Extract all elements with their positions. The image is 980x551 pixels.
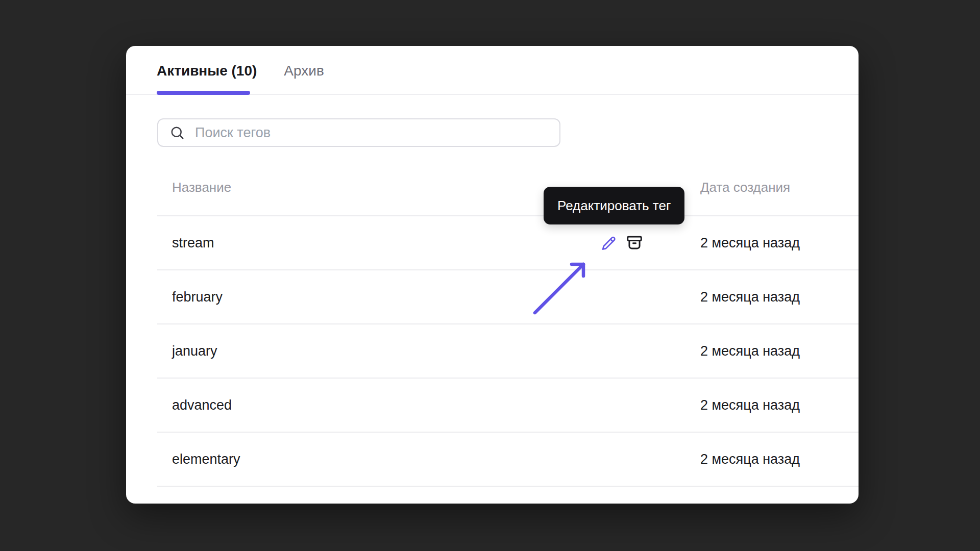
tag-name: stream [172, 235, 214, 251]
table-row[interactable]: stream [157, 216, 859, 270]
column-header-name: Название [172, 180, 231, 195]
tab-archive[interactable]: Архив [284, 62, 324, 78]
search-icon [169, 125, 185, 140]
tag-created-date: 2 месяца назад [700, 397, 800, 413]
tag-created-date: 2 месяца назад [700, 343, 800, 359]
archive-tag-button[interactable] [626, 234, 643, 252]
tag-created-date: 2 месяца назад [700, 235, 800, 251]
tag-search[interactable] [157, 118, 560, 147]
tag-name: advanced [172, 397, 232, 413]
edit-tag-button[interactable] [601, 236, 616, 251]
column-header-created: Дата создания [700, 180, 790, 195]
tag-list: stream [126, 216, 859, 487]
tag-name: february [172, 289, 223, 305]
tag-name: january [172, 343, 217, 359]
archive-box-icon [626, 234, 643, 252]
table-row[interactable]: february 2 месяца назад [157, 270, 859, 324]
tab-active-tags[interactable]: Активные (10) [157, 62, 257, 78]
tags-panel: Активные (10) Архив Название Дата создан… [126, 46, 859, 504]
edit-tag-tooltip: Редактировать тег [544, 187, 684, 224]
tag-created-date: 2 месяца назад [700, 289, 800, 305]
search-input[interactable] [195, 119, 559, 146]
table-row[interactable]: elementary 2 месяца назад [157, 433, 859, 487]
tag-created-date: 2 месяца назад [700, 452, 800, 467]
active-tab-underline [157, 91, 250, 95]
tag-name: elementary [172, 452, 240, 467]
table-row[interactable]: january 2 месяца назад [157, 324, 859, 379]
pencil-icon [601, 236, 616, 251]
table-row[interactable]: advanced 2 месяца назад [157, 379, 859, 433]
tab-bar: Активные (10) Архив [126, 46, 859, 95]
arrow-up-right-icon [529, 259, 591, 321]
